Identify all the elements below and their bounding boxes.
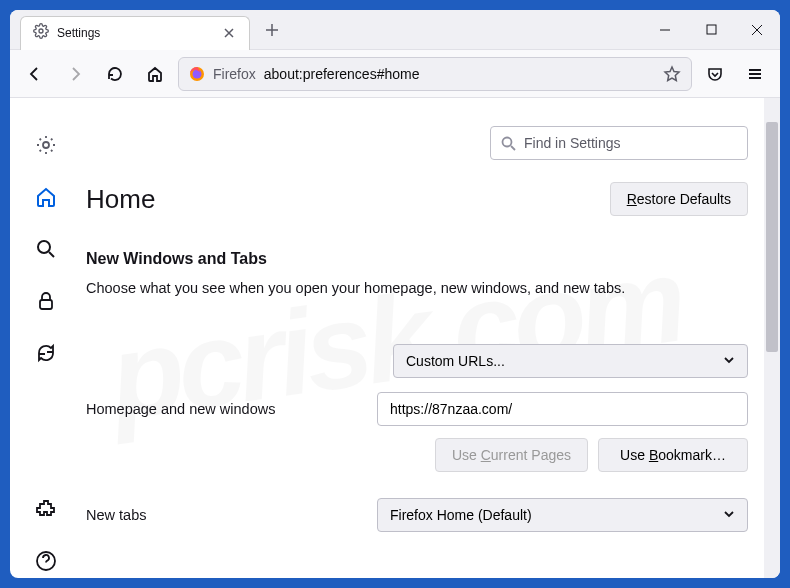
home-button[interactable]	[138, 57, 172, 91]
minimize-button[interactable]	[642, 10, 688, 50]
svg-point-3	[193, 69, 202, 78]
sidebar-item-general[interactable]	[29, 128, 63, 162]
section-description: Choose what you see when you open your h…	[86, 278, 760, 300]
nav-toolbar: Firefox about:preferences#home	[10, 50, 780, 98]
chevron-down-icon	[723, 353, 735, 369]
identity-label: Firefox	[213, 66, 256, 82]
window-controls	[642, 10, 780, 50]
use-current-pages-button[interactable]: Use Current Pages	[435, 438, 588, 472]
chevron-down-icon	[723, 507, 735, 523]
sidebar-item-search[interactable]	[29, 232, 63, 266]
settings-sidebar	[10, 98, 82, 578]
tab-title: Settings	[57, 26, 211, 40]
svg-rect-6	[40, 300, 52, 309]
vertical-scrollbar[interactable]	[764, 98, 780, 578]
gear-icon	[33, 23, 49, 43]
sidebar-item-sync[interactable]	[29, 336, 63, 370]
svg-point-0	[39, 29, 43, 33]
scrollbar-thumb[interactable]	[766, 122, 778, 352]
new-tab-button[interactable]	[256, 14, 288, 46]
newtabs-row-label: New tabs	[86, 507, 361, 523]
settings-main: Find in Settings Home Restore Defaults N…	[82, 98, 780, 578]
sidebar-item-home[interactable]	[29, 180, 63, 214]
svg-point-8	[503, 137, 512, 146]
sidebar-item-help[interactable]	[29, 544, 63, 578]
homepage-mode-select[interactable]: Custom URLs...	[393, 344, 748, 378]
find-in-settings-input[interactable]: Find in Settings	[490, 126, 748, 160]
sidebar-item-privacy[interactable]	[29, 284, 63, 318]
pocket-button[interactable]	[698, 57, 732, 91]
reload-button[interactable]	[98, 57, 132, 91]
newtabs-mode-select[interactable]: Firefox Home (Default)	[377, 498, 748, 532]
forward-button[interactable]	[58, 57, 92, 91]
maximize-button[interactable]	[688, 10, 734, 50]
restore-defaults-button[interactable]: Restore Defaults	[610, 182, 748, 216]
svg-rect-1	[707, 25, 716, 34]
back-button[interactable]	[18, 57, 52, 91]
titlebar: Settings	[10, 10, 780, 50]
select-value: Custom URLs...	[406, 353, 505, 369]
url-bar[interactable]: Firefox about:preferences#home	[178, 57, 692, 91]
svg-point-5	[38, 241, 50, 253]
sidebar-item-extensions[interactable]	[29, 492, 63, 526]
select-value: Firefox Home (Default)	[390, 507, 532, 523]
app-menu-button[interactable]	[738, 57, 772, 91]
bookmark-star-icon[interactable]	[663, 65, 681, 83]
browser-tab[interactable]: Settings	[20, 16, 250, 50]
section-heading: New Windows and Tabs	[86, 250, 760, 268]
url-text: about:preferences#home	[264, 66, 420, 82]
page-title: Home	[86, 184, 155, 215]
find-placeholder: Find in Settings	[524, 135, 621, 151]
svg-point-4	[43, 142, 49, 148]
content-area: pcrisk.com Find in Settings Home Restore	[10, 98, 780, 578]
close-button[interactable]	[734, 10, 780, 50]
firefox-icon	[189, 66, 205, 82]
homepage-row-label: Homepage and new windows	[86, 401, 361, 417]
homepage-url-input[interactable]	[377, 392, 748, 426]
use-bookmark-button[interactable]: Use Bookmark…	[598, 438, 748, 472]
tab-close-button[interactable]	[219, 23, 239, 43]
